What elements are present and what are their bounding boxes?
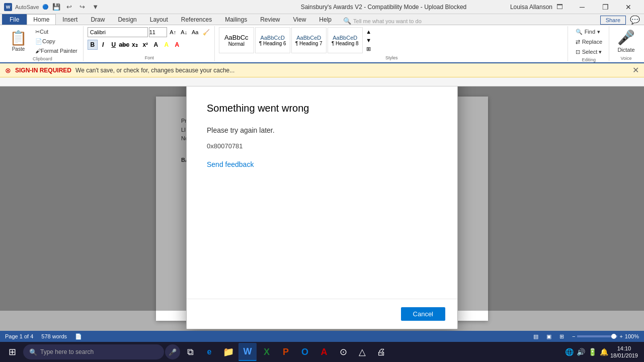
error-dialog: ✕ Something went wrong Please try again … [186, 86, 458, 329]
restore-button[interactable]: ❐ [594, 0, 617, 14]
dialog-title: Something went wrong [207, 103, 437, 114]
tab-references[interactable]: References [175, 14, 218, 25]
view-print-button[interactable]: ▣ [546, 333, 551, 340]
style-heading8[interactable]: AaBbCeD ¶ Heading 8 [328, 27, 363, 53]
status-bar: Page 1 of 4 578 words 📄 ▤ ▣ ⊞ − + 100% [0, 331, 644, 342]
editing-group: 🔍 Find ▾ ⇄ Replace ⊡ Select ▾ Editing [569, 26, 609, 61]
tab-insert[interactable]: Insert [56, 14, 84, 25]
tab-mailings[interactable]: Mailings [218, 14, 254, 25]
tab-view[interactable]: View [287, 14, 313, 25]
taskbar-word[interactable]: W [238, 343, 257, 361]
tell-me-input[interactable]: Tell me what you want to do [353, 18, 422, 24]
notification-close-button[interactable]: ✕ [632, 65, 639, 75]
clear-format-button[interactable]: 🧹 [201, 27, 211, 37]
redo-button[interactable]: ↪ [77, 2, 88, 12]
zoom-slider[interactable] [577, 335, 617, 337]
styles-group-label: Styles [219, 54, 565, 60]
styles-expand[interactable]: ⊞ [364, 45, 374, 53]
copy-button[interactable]: 📄 Copy [33, 37, 80, 46]
find-button[interactable]: 🔍 Find ▾ [572, 27, 606, 36]
taskbar-brother[interactable]: 🖨 [372, 343, 390, 361]
taskbar-explorer[interactable]: 📁 [219, 343, 237, 361]
search-icon: 🔍 [29, 348, 37, 356]
error-code: 0x80070781 [207, 142, 437, 150]
ruler [0, 77, 644, 86]
send-feedback-link[interactable]: Send feedback [207, 160, 254, 168]
replace-button[interactable]: ⇄ Replace [572, 37, 606, 46]
decrease-font-button[interactable]: A↓ [179, 27, 189, 37]
font-size-input[interactable] [149, 27, 167, 37]
taskbar-outlook[interactable]: O [296, 343, 314, 361]
minimize-button[interactable]: ─ [571, 0, 594, 14]
view-normal-button[interactable]: ▤ [533, 333, 538, 340]
strikethrough-button[interactable]: abc [119, 40, 129, 50]
view-web-button[interactable]: ⊞ [559, 333, 564, 340]
styles-scroll-down[interactable]: ▼ [364, 36, 374, 44]
mic-icon: 🎤 [169, 348, 177, 356]
taskbar-unknown[interactable]: △ [353, 343, 371, 361]
tab-design[interactable]: Design [111, 14, 143, 25]
font-color-button[interactable]: A [172, 40, 182, 50]
increase-font-button[interactable]: A↑ [168, 27, 178, 37]
tab-review[interactable]: Review [254, 14, 286, 25]
user-name: Louisa Allanson [510, 4, 552, 11]
taskbar-edge[interactable]: e [200, 343, 218, 361]
bold-button[interactable]: B [88, 40, 98, 50]
taskbar-excel[interactable]: X [258, 343, 276, 361]
battery-icon[interactable]: 🔋 [588, 348, 597, 356]
style-normal[interactable]: AaBbCc Normal [219, 27, 254, 53]
undo-button[interactable]: ↩ [64, 2, 74, 12]
subscript-button[interactable]: x₂ [130, 40, 140, 50]
style-heading7[interactable]: AaBbCeD ¶ Heading 7 [291, 27, 327, 53]
underline-button[interactable]: U [109, 40, 119, 50]
task-view-button[interactable]: ⧉ [181, 343, 199, 361]
superscript-button[interactable]: x² [140, 40, 150, 50]
cancel-button[interactable]: Cancel [401, 307, 445, 321]
text-effects-button[interactable]: A [151, 40, 161, 50]
tab-file[interactable]: File [2, 14, 27, 25]
voice-group-label: Voice [613, 55, 639, 61]
date-display: 18/01/2019 [610, 352, 638, 359]
clock[interactable]: 14:10 18/01/2019 [610, 345, 638, 359]
save-button[interactable]: 💾 [51, 2, 61, 12]
tab-help[interactable]: Help [312, 14, 338, 25]
cut-button[interactable]: ✂ Cut [33, 27, 80, 36]
select-button[interactable]: ⊡ Select ▾ [572, 47, 606, 56]
autosave-toggle[interactable]: 🔵 [42, 4, 48, 10]
styles-group: AaBbCc Normal AaBbCcD ¶ Heading 6 AaBbCe… [216, 26, 568, 61]
zoom-in-button[interactable]: + [619, 333, 622, 339]
page-count: Page 1 of 4 [5, 333, 33, 339]
italic-button[interactable]: I [98, 40, 108, 50]
tab-home[interactable]: Home [27, 14, 56, 25]
network-icon[interactable]: 🌐 [565, 348, 574, 356]
zoom-out-button[interactable]: − [572, 333, 575, 339]
share-button[interactable]: Share [600, 16, 626, 25]
comments-button[interactable]: 💬 [630, 15, 640, 25]
taskbar-search[interactable]: 🔍 Type here to search [23, 344, 164, 359]
notifications-icon[interactable]: 🔔 [600, 348, 608, 356]
customize-qat-button[interactable]: ▼ [91, 2, 101, 12]
tab-layout[interactable]: Layout [143, 14, 175, 25]
close-button[interactable]: ✕ [617, 0, 640, 14]
task-view-icon: ⧉ [187, 347, 194, 357]
notification-bar: ⊗ SIGN-IN REQUIRED We can't save, or che… [0, 63, 644, 77]
dictate-button[interactable]: 🎤 Dictate [613, 27, 639, 55]
tab-draw[interactable]: Draw [84, 14, 111, 25]
styles-scroll-up[interactable]: ▲ [364, 27, 374, 36]
taskbar-mic-button[interactable]: 🎤 [165, 344, 180, 359]
volume-icon[interactable]: 🔊 [577, 348, 585, 356]
paste-button[interactable]: 📋 Paste [5, 29, 32, 54]
style-heading6[interactable]: AaBbCcD ¶ Heading 6 [255, 27, 290, 53]
title-bar: W AutoSave 🔵 💾 ↩ ↪ ▼ Sainsbury's Awards … [0, 0, 644, 14]
taskbar-chrome[interactable]: ⊙ [334, 343, 352, 361]
taskbar-powerpoint[interactable]: P [277, 343, 295, 361]
change-case-button[interactable]: Aa [190, 27, 200, 37]
format-painter-button[interactable]: 🖌 Format Painter [33, 46, 80, 55]
copy-label: Copy [42, 38, 55, 44]
highlight-color-button[interactable]: A [162, 40, 172, 50]
ribbon-collapse-button[interactable]: 🗖 [554, 2, 565, 12]
dialog-footer: Cancel [187, 299, 457, 329]
taskbar-acrobat[interactable]: A [315, 343, 333, 361]
font-name-input[interactable] [88, 27, 148, 37]
start-button[interactable]: ⊞ [2, 343, 22, 361]
